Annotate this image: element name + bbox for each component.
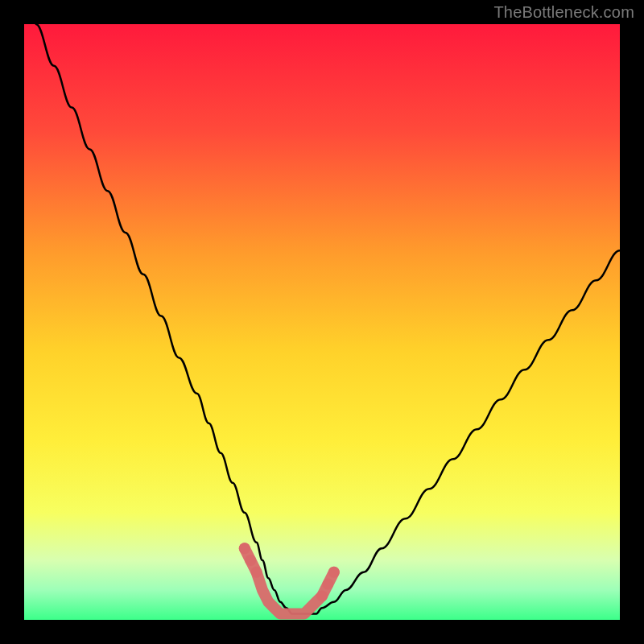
- gradient-background: [24, 24, 620, 620]
- chart-svg: [24, 24, 620, 620]
- marker-dot: [316, 590, 328, 601]
- chart-plot-area: [24, 24, 620, 620]
- marker-dot: [322, 579, 333, 590]
- marker-dot: [251, 567, 262, 578]
- marker-dot: [328, 567, 340, 578]
- marker-dot: [245, 555, 256, 566]
- marker-dot: [239, 543, 250, 554]
- watermark-text: TheBottleneck.com: [493, 3, 634, 22]
- outer-frame: TheBottleneck.com: [0, 0, 644, 644]
